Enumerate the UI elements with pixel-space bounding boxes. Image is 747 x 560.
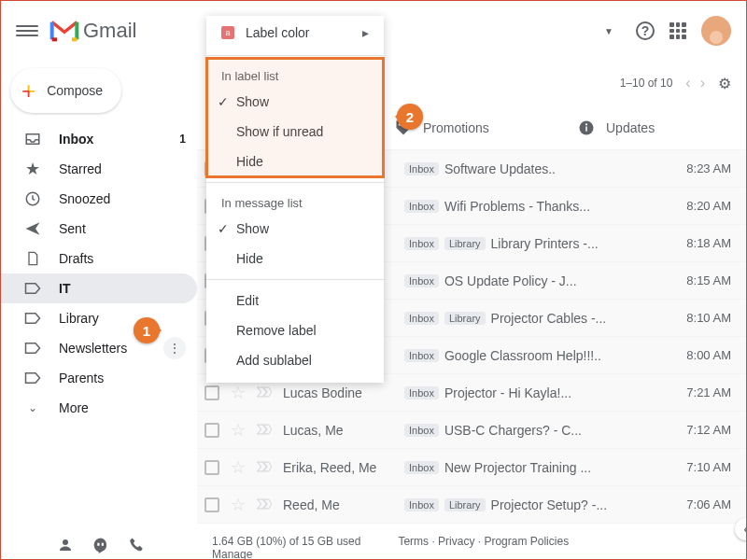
- label-badge: Inbox: [404, 237, 439, 250]
- svg-rect-8: [97, 543, 99, 546]
- sidebar-item-library[interactable]: Library: [1, 303, 197, 333]
- sidebar-item-label: Drafts: [59, 251, 93, 266]
- opt-show-if-unread[interactable]: Show if unread: [206, 117, 384, 147]
- timestamp: 7:10 AM: [686, 460, 731, 474]
- svg-point-6: [585, 123, 587, 125]
- gmail-logo[interactable]: Gmail: [49, 19, 136, 43]
- timestamp: 7:21 AM: [686, 385, 731, 399]
- compose-button[interactable]: + Compose: [10, 68, 121, 113]
- opt-remove-label[interactable]: Remove label: [206, 315, 384, 345]
- importance-icon[interactable]: [257, 497, 272, 512]
- sidebar-item-inbox[interactable]: Inbox1: [1, 124, 197, 154]
- bottom-bar: [1, 531, 145, 559]
- prev-page-icon[interactable]: ‹: [685, 75, 690, 91]
- settings-gear-icon[interactable]: ⚙: [718, 75, 731, 92]
- email-row[interactable]: ☆Erika, Reed, MeInboxNew Projector Train…: [197, 449, 746, 486]
- color-swatch-icon: a: [221, 26, 234, 39]
- sidebar-item-drafts[interactable]: Drafts: [1, 244, 197, 273]
- star-icon[interactable]: ☆: [231, 495, 246, 515]
- checkbox[interactable]: [204, 460, 219, 475]
- email-row[interactable]: ☆Reed, MeInboxLibraryProjector Setup? -.…: [197, 486, 746, 524]
- label-color-row[interactable]: a Label color ▸: [206, 16, 384, 49]
- sender: Reed, Me: [283, 497, 404, 512]
- importance-icon[interactable]: [257, 423, 272, 438]
- opt-show-msg[interactable]: Show: [206, 214, 384, 244]
- importance-icon[interactable]: [257, 385, 272, 400]
- sender: Erika, Reed, Me: [283, 460, 404, 475]
- opt-show[interactable]: Show: [206, 87, 384, 117]
- help-icon[interactable]: ?: [636, 21, 655, 40]
- product-name: Gmail: [83, 19, 136, 43]
- sidebar-item-sent[interactable]: Sent: [1, 214, 197, 244]
- timestamp: 7:06 AM: [686, 497, 731, 511]
- sidebar-item-newsletters[interactable]: Newsletters⋮: [1, 333, 197, 363]
- contacts-icon[interactable]: [57, 537, 74, 553]
- hamburger-icon[interactable]: [16, 20, 38, 42]
- opt-hide-msg[interactable]: Hide: [206, 244, 384, 273]
- apps-icon[interactable]: [669, 22, 686, 39]
- sidebar: + Compose Inbox1★StarredSnoozedSentDraft…: [1, 61, 197, 531]
- importance-icon[interactable]: [257, 460, 272, 475]
- subject: InboxGoogle Classroom Help!!!..: [404, 348, 679, 363]
- timestamp: 8:20 AM: [686, 199, 731, 213]
- section-label-list: In label list: [206, 62, 384, 87]
- sidebar-item-label: Sent: [59, 221, 86, 236]
- label-badge: Library: [444, 312, 486, 325]
- svg-rect-9: [102, 543, 104, 546]
- checkbox[interactable]: [204, 423, 219, 438]
- opt-hide[interactable]: Hide: [206, 147, 384, 176]
- label-badge: Inbox: [404, 312, 439, 325]
- subject: InboxOS Update Policy - J...: [404, 273, 679, 288]
- sidebar-item-label: More: [59, 400, 89, 415]
- tab-updates[interactable]: Updates: [563, 105, 746, 149]
- subject: InboxLibraryProjector Setup? -...: [404, 497, 679, 512]
- next-page-icon[interactable]: ›: [700, 75, 705, 91]
- opt-add-sublabel[interactable]: Add sublabel: [206, 345, 384, 375]
- more-options-icon[interactable]: ⋮: [163, 337, 186, 359]
- star-icon[interactable]: ☆: [231, 457, 246, 478]
- sidebar-item-more[interactable]: ⌄More: [1, 393, 197, 423]
- checkbox[interactable]: [204, 497, 219, 512]
- sidebar-item-label: Snoozed: [59, 191, 110, 206]
- more-icon: ⌄: [23, 401, 42, 414]
- section-message-list: In message list: [206, 189, 384, 214]
- avatar[interactable]: [701, 16, 731, 46]
- checkbox[interactable]: [204, 385, 219, 400]
- label-badge: Library: [444, 237, 486, 250]
- manage-link[interactable]: Manage: [212, 548, 252, 560]
- timestamp: 8:10 AM: [686, 311, 731, 325]
- timestamp: 8:18 AM: [686, 236, 731, 250]
- label-badge: Inbox: [404, 274, 439, 287]
- sidebar-item-label: Parents: [59, 371, 104, 385]
- email-row[interactable]: ☆Lucas, MeInboxUSB-C Chargers? - C...7:1…: [197, 412, 746, 449]
- hangouts-icon[interactable]: [92, 537, 109, 553]
- inbox-icon: [23, 131, 42, 147]
- sender: Lucas Bodine: [283, 385, 404, 400]
- label-context-menu: a Label color ▸ In label list Show Show …: [206, 16, 384, 383]
- sidebar-item-starred[interactable]: ★Starred: [1, 154, 197, 184]
- subject: InboxProjector - Hi Kayla!...: [404, 385, 679, 400]
- star-icon[interactable]: ☆: [231, 383, 246, 403]
- pagination-range: 1–10 of 10: [620, 77, 673, 90]
- label-badge: Inbox: [404, 200, 439, 213]
- sidebar-item-parents[interactable]: Parents: [1, 363, 197, 393]
- star-icon[interactable]: ☆: [231, 420, 246, 441]
- sidebar-item-it[interactable]: IT: [1, 273, 197, 303]
- label-badge: Inbox: [404, 386, 439, 399]
- footer-links[interactable]: Terms · Privacy · Program Policies: [398, 535, 569, 560]
- label-icon: [23, 312, 42, 325]
- timestamp: 8:00 AM: [686, 348, 731, 362]
- svg-point-7: [63, 539, 68, 545]
- label-icon: [23, 342, 42, 355]
- tab-label: Promotions: [423, 120, 489, 135]
- info-icon: [578, 119, 595, 136]
- search-options-caret[interactable]: ▼: [597, 19, 621, 44]
- opt-edit[interactable]: Edit: [206, 286, 384, 315]
- subject: InboxWifi Problems - Thanks...: [404, 199, 679, 214]
- sidebar-item-snoozed[interactable]: Snoozed: [1, 184, 197, 214]
- label-badge: Inbox: [404, 498, 439, 511]
- label-icon: [23, 371, 42, 385]
- phone-icon[interactable]: [128, 537, 145, 553]
- label-badge: Library: [444, 498, 486, 511]
- label-badge: Inbox: [404, 424, 439, 437]
